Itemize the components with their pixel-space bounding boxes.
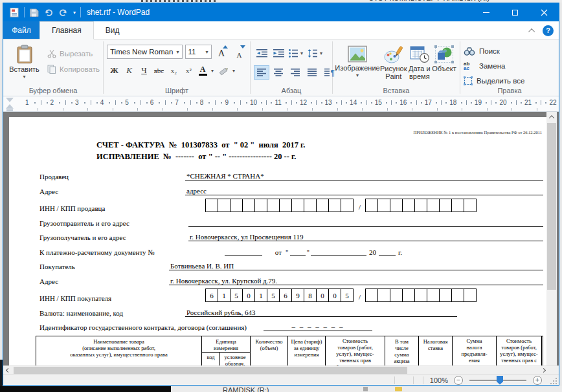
copy-button[interactable]: Копировать xyxy=(47,63,100,75)
font-family-select[interactable]: Times New Roman▾ xyxy=(107,45,183,59)
collapse-ribbon-icon[interactable] xyxy=(528,28,535,34)
align-left-button[interactable] xyxy=(254,65,269,80)
list-button[interactable]: ▾ xyxy=(287,46,306,60)
paint-drawing-button[interactable]: Рисунок Paint xyxy=(380,43,407,80)
ruler-unit: 20 xyxy=(499,99,524,106)
color-bar-icon xyxy=(199,74,207,76)
minimize-button[interactable] xyxy=(471,3,500,21)
kpp-cell xyxy=(414,199,427,212)
buyer-label: Покупатель xyxy=(39,263,169,270)
vertical-scroll-thumb[interactable] xyxy=(547,123,556,290)
increase-indent-button[interactable] xyxy=(271,46,286,60)
horizontal-scroll-thumb[interactable] xyxy=(14,367,407,374)
background-window-bottom: RAMDISK (R:) xyxy=(0,386,562,392)
redo-icon[interactable] xyxy=(58,8,69,17)
italic-button[interactable]: К xyxy=(122,63,137,78)
inn-seller-boxes xyxy=(206,199,354,212)
invoice-title: СЧЕТ - ФАКТУРА № 101307833 от " 02 " июл… xyxy=(96,140,543,150)
horizontal-scrollbar[interactable] xyxy=(3,365,559,375)
cut-button[interactable]: Вырезать xyxy=(47,48,100,60)
help-icon[interactable]: ? xyxy=(543,25,554,36)
inn-cell xyxy=(279,199,292,212)
col-clipped: п ц в xyxy=(541,336,543,365)
insert-picture-button[interactable]: Изображение ▾ xyxy=(336,43,379,78)
quick-access-toolbar: ▾ xyxy=(3,7,81,17)
wordpad-app-icon[interactable] xyxy=(9,7,19,17)
inn-digit-cell: 5 xyxy=(267,289,280,302)
undo-icon[interactable] xyxy=(43,8,54,17)
justify-button[interactable] xyxy=(304,65,320,80)
find-button[interactable]: Поиск xyxy=(464,45,556,57)
inn-slash: / xyxy=(354,203,366,212)
scroll-right-button[interactable] xyxy=(539,366,548,375)
col-tax-sum: Сумма налога предъявля- емая покупателю xyxy=(452,336,496,365)
font-color-button[interactable]: А xyxy=(196,66,209,76)
ruler-unit: 3 xyxy=(75,99,100,106)
maximize-button[interactable] xyxy=(500,3,530,21)
col-cost-with-tax: Стоимость товаров (работ, услуг), имущес… xyxy=(496,336,541,365)
hanging-indent-marker[interactable] xyxy=(6,104,14,109)
zoom-in-button[interactable]: + xyxy=(533,376,542,385)
group-insert: Изображение ▾ Рисунок Paint Дата и время… xyxy=(333,39,460,96)
subscript-button[interactable]: x₂ xyxy=(166,63,181,78)
date-time-button[interactable]: Дата и время xyxy=(409,43,431,80)
superscript-button[interactable]: x² xyxy=(181,63,196,78)
ribbon: Вставить ▾ Вырезать Копировать Буфер обм… xyxy=(3,39,559,96)
scroll-up-button[interactable] xyxy=(546,112,557,122)
inn-cell xyxy=(242,199,255,212)
insert-object-button[interactable]: Объект xyxy=(432,43,456,72)
maximize-icon xyxy=(512,10,518,16)
consignee-row: Грузополучатель и его адрес г. Новочерка… xyxy=(39,228,543,241)
scroll-left-button[interactable] xyxy=(3,366,13,375)
kpp-cell xyxy=(377,199,390,212)
highlight-dropdown-icon[interactable]: ▾ xyxy=(230,68,237,74)
align-right-icon xyxy=(290,68,300,77)
status-separator xyxy=(413,376,414,384)
save-icon[interactable] xyxy=(29,8,39,17)
shrink-font-button[interactable]: А xyxy=(232,45,247,59)
strikethrough-button[interactable]: abc xyxy=(152,63,166,78)
kpp-buyer-boxes xyxy=(366,289,477,302)
select-all-button[interactable]: Выделить все xyxy=(464,75,556,87)
col-quantity: Количество (объем) xyxy=(250,336,287,365)
bold-button[interactable]: Ж xyxy=(107,63,122,78)
inn-cell xyxy=(328,199,341,212)
first-line-indent-marker[interactable] xyxy=(6,98,14,102)
highlight-button[interactable] xyxy=(216,63,230,78)
kpp-cell xyxy=(427,199,440,212)
paste-button[interactable]: Вставить ▾ xyxy=(6,43,42,86)
font-size-select[interactable]: 11▾ xyxy=(185,45,212,59)
align-left-icon xyxy=(256,68,267,77)
kpp-cell xyxy=(402,199,415,212)
align-center-icon xyxy=(273,68,284,77)
underline-button[interactable]: Ч xyxy=(137,63,152,78)
tab-file[interactable]: Файл xyxy=(3,21,39,39)
grow-font-button[interactable]: А xyxy=(214,45,229,59)
bullet-list-icon xyxy=(288,49,298,58)
tab-home[interactable]: Главная xyxy=(39,21,94,39)
document-page[interactable]: ПРИЛОЖЕНИЕ № 1 к постановлению Правитель… xyxy=(9,117,546,365)
font-color-dropdown-icon[interactable]: ▾ xyxy=(209,68,216,74)
tab-view[interactable]: Вид xyxy=(94,21,131,39)
shrink-arrow-icon xyxy=(240,45,245,49)
decrease-indent-button[interactable] xyxy=(254,46,269,60)
close-button[interactable] xyxy=(530,3,559,21)
indent-markers[interactable] xyxy=(6,98,14,112)
zoom-slider-thumb[interactable] xyxy=(497,376,503,385)
zoom-out-button[interactable]: − xyxy=(454,376,463,385)
kpp-cell xyxy=(464,289,477,302)
inn-cell xyxy=(205,199,218,212)
line-spacing-dropdown-icon: ▾ xyxy=(318,50,324,56)
replace-button[interactable]: abac Замена xyxy=(464,60,556,72)
line-spacing-button[interactable]: ▾ xyxy=(307,46,325,60)
zoom-slider[interactable] xyxy=(469,380,526,381)
resize-grip[interactable] xyxy=(548,376,557,385)
consignee-label: Грузополучатель и его адрес xyxy=(39,234,188,241)
qat-dropdown-icon[interactable]: ▾ xyxy=(73,10,76,16)
kpp-cell xyxy=(439,199,452,212)
minimize-icon xyxy=(483,12,489,13)
vertical-scrollbar[interactable] xyxy=(546,112,557,365)
inn-digit-cell: 0 xyxy=(328,289,341,302)
align-center-button[interactable] xyxy=(271,65,286,80)
align-right-button[interactable] xyxy=(287,65,303,80)
